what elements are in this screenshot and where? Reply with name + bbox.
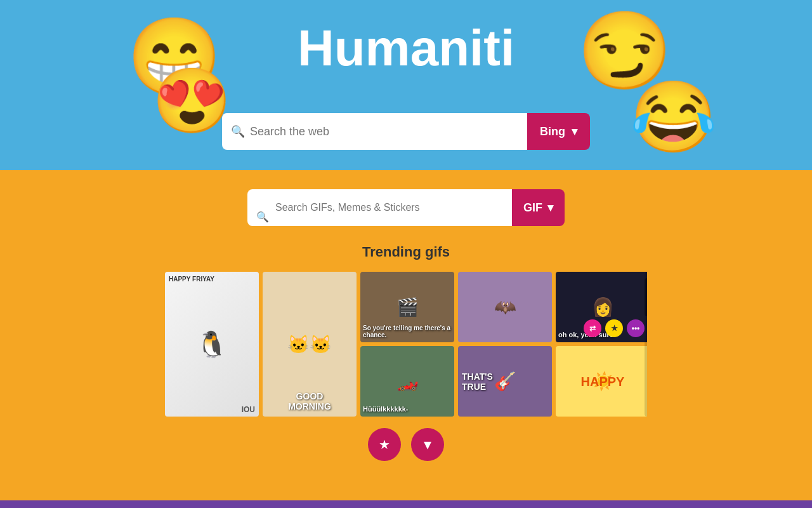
- gif-movie-label: So you're telling me there's a chance.: [363, 324, 454, 338]
- emoji-heart-eyes: 😍: [152, 64, 232, 138]
- gif-item-truethat[interactable]: 🎸 THAT'STRUE: [458, 346, 552, 417]
- hero-section: 😁 😍 😏 😂 Humaniti 🔍 Bing ▾: [0, 0, 812, 170]
- gif-column-4: 🦇 🎸 THAT'STRUE: [458, 272, 552, 417]
- gif-grid: 🐧 HAPPY FRIYAY IOU 🐱🐱 GOODMORNING 🎬 So y…: [165, 272, 647, 417]
- social-icons-overlay: ⇄ ★ •••: [584, 319, 645, 337]
- gif-item-batman[interactable]: 🦇: [458, 272, 552, 342]
- footer-bar: [0, 500, 812, 508]
- gif-cats-label: GOODMORNING: [288, 391, 331, 411]
- gif-column-1: 🐧 HAPPY FRIYAY IOU: [165, 272, 259, 417]
- gif-search-wrapper: 🔍 GIF ▾: [247, 189, 565, 244]
- gif-penguin-top-label: HAPPY FRIYAY: [169, 276, 214, 283]
- web-search-bar: 🔍 Bing ▾: [222, 113, 590, 150]
- gif-item-cats[interactable]: 🐱🐱 GOODMORNING: [263, 272, 357, 417]
- search-engine-label: Bing: [540, 125, 565, 138]
- gif-chevron-icon: ▾: [547, 201, 553, 215]
- scrollbar-thumb: [645, 278, 647, 316]
- site-title: Humaniti: [298, 19, 514, 77]
- search-engine-button[interactable]: Bing ▾: [527, 113, 590, 150]
- chevron-down-icon: ▾: [572, 124, 577, 138]
- gif-search-input[interactable]: [247, 189, 512, 226]
- gif-column-2: 🐱🐱 GOODMORNING: [263, 272, 357, 417]
- star-icon: ★: [379, 437, 390, 452]
- gif-truethat-label: THAT'STRUE: [462, 371, 493, 392]
- scroll-down-button[interactable]: ▾: [411, 428, 444, 461]
- gif-item-girl[interactable]: 👩 oh ok, yeah sure ⇄ ★ •••: [556, 272, 647, 342]
- gif-type-label: GIF: [523, 201, 542, 215]
- gif-item-happy[interactable]: ☀️ HAPPY: [556, 346, 647, 417]
- gif-search-icon: 🔍: [256, 211, 269, 223]
- gif-column-5: 👩 oh ok, yeah sure ⇄ ★ ••• ☀️ HAPPY: [556, 272, 647, 417]
- gif-penguin-bottom-label: IOU: [242, 405, 255, 414]
- gif-search-bar: 🔍 GIF ▾: [247, 189, 565, 226]
- web-search-icon: 🔍: [231, 124, 245, 138]
- favorite-icon[interactable]: ★: [605, 319, 623, 337]
- gif-item-penguin[interactable]: 🐧 HAPPY FRIYAY IOU: [165, 272, 259, 417]
- share-icon[interactable]: ⇄: [584, 319, 601, 337]
- scrollbar[interactable]: [645, 272, 647, 417]
- gif-happy-label: HAPPY: [581, 374, 625, 389]
- star-button[interactable]: ★: [368, 428, 401, 461]
- gif-race-label: Hüüülkkkkkk-: [363, 405, 409, 413]
- gif-item-race[interactable]: 🏎️ Hüüülkkkkkk-: [360, 346, 454, 417]
- gif-item-movie[interactable]: 🎬 So you're telling me there's a chance.: [360, 272, 454, 342]
- chevron-down-icon: ▾: [424, 436, 431, 453]
- more-icon[interactable]: •••: [627, 319, 645, 337]
- trending-title: Trending gifs: [362, 244, 450, 260]
- gif-type-button[interactable]: GIF ▾: [512, 189, 565, 226]
- bottom-action-buttons: ★ ▾: [368, 428, 444, 461]
- emoji-crying-laughing: 😂: [630, 76, 717, 158]
- web-search-input[interactable]: [222, 113, 527, 150]
- content-section: 🔍 GIF ▾ Trending gifs 🐧 HAPPY FRIYAY IOU: [0, 170, 812, 480]
- gif-column-3: 🎬 So you're telling me there's a chance.…: [360, 272, 454, 417]
